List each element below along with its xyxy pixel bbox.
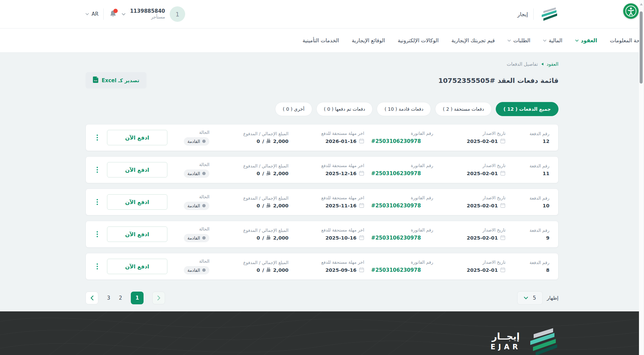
amount-total-value: 2,000 — [273, 267, 288, 273]
language-switcher[interactable]: AR — [86, 11, 99, 17]
invoice-number-label: رقم الفاتورة — [371, 131, 433, 136]
due-date-value: 2025-11-16 — [325, 203, 357, 208]
payment-row: رقم الدفعة 10 تاريخ الاصدار 2025-02-01 — [86, 189, 558, 215]
issue-date-value: 2025-02-01 — [467, 139, 498, 144]
divider — [103, 8, 104, 20]
avatar[interactable]: 1 — [170, 6, 185, 22]
pay-now-button[interactable]: ادفع الآن — [107, 194, 167, 210]
header: إيجار 1 1139885840 مستأجر AR — [0, 0, 644, 29]
amount-total-value: 2,000 — [273, 139, 288, 144]
amount-separator: / — [262, 171, 264, 176]
footer-ejar-logo-icon — [526, 325, 562, 355]
scrollbar[interactable] — [639, 0, 644, 355]
nav-item-label: العقود — [581, 38, 597, 44]
status-dot-icon — [202, 140, 206, 143]
amount-separator: / — [262, 203, 264, 208]
user-menu[interactable]: 1139885840 مستأجر — [130, 8, 165, 20]
calendar-icon — [359, 267, 364, 273]
row-actions-kebab-icon[interactable] — [95, 165, 100, 175]
payment-number-label: رقم الدفعة — [513, 260, 549, 265]
payment-row: رقم الدفعة 8 تاريخ الاصدار 2025-02-01 — [86, 253, 558, 280]
row-actions-kebab-icon[interactable] — [95, 229, 100, 239]
status-label: الحالة — [174, 162, 209, 167]
issue-date-label: تاريخ الاصدار — [440, 227, 505, 233]
amount-total-value: 2,000 — [273, 203, 288, 208]
accessibility-button[interactable] — [623, 3, 639, 19]
brand-group[interactable]: إيجار — [517, 6, 558, 22]
issue-date-label: تاريخ الاصدار — [440, 131, 505, 136]
user-role: مستأجر — [130, 14, 165, 20]
calendar-icon — [500, 267, 505, 273]
nav-item[interactable]: الطلبات — [507, 38, 530, 44]
nav-item-label: الوقائع الإيجارية — [352, 38, 385, 44]
pay-now-button[interactable]: ادفع الآن — [107, 259, 167, 274]
row-actions-kebab-icon[interactable] — [95, 197, 100, 207]
pay-now-button[interactable]: ادفع الآن — [107, 226, 167, 242]
amount-paid-value: 0 — [257, 139, 260, 144]
footer-brand-arabic: إيجــار — [490, 331, 521, 342]
pay-now-button[interactable]: ادفع الآن — [107, 130, 167, 145]
pagination-prev-button[interactable] — [152, 292, 165, 304]
export-excel-button[interactable]: تصدير كـ Excel XLS — [86, 72, 147, 89]
svg-text:XLS: XLS — [94, 80, 97, 82]
status-label: الحالة — [174, 259, 209, 264]
invoice-number-label: رقم الفاتورة — [371, 195, 433, 200]
pagination-pages: 321 — [86, 292, 165, 304]
brand-name: إيجار — [517, 11, 528, 17]
nav-item[interactable]: العقود — [575, 38, 597, 44]
filter-tab[interactable]: أخرى ( 0 ) — [275, 102, 312, 116]
filter-tab[interactable]: دفعات قادمة ( 10 ) — [377, 102, 431, 116]
amount-total-value: 2,000 — [273, 235, 288, 241]
user-chevron-down-icon[interactable] — [122, 13, 125, 15]
filter-tab[interactable]: دفعات تم دفعها ( 0 ) — [316, 102, 373, 116]
row-actions-kebab-icon[interactable] — [95, 133, 100, 143]
footer: إيجــار EJAR إيجار الخدمات الدعم والمساع… — [0, 311, 644, 355]
amount-paid-value: 0 — [257, 235, 260, 241]
scrollbar-thumb[interactable] — [640, 11, 643, 84]
pagination-page-2[interactable]: 2 — [119, 295, 122, 301]
amount-label: المبلغ الإجمالي / المدفوع — [216, 163, 288, 168]
pagination-next-button[interactable] — [86, 292, 98, 304]
amount-paid-value: 0 — [257, 267, 260, 273]
nav-item-label: الخدمات التأمينية — [303, 38, 339, 44]
main-nav-bar: لوحة المعلومات العقود المالية الطلبات قي… — [0, 29, 644, 53]
status-value: القادمة — [187, 171, 200, 176]
amount-total-value: 2,000 — [273, 171, 288, 176]
amount-label: المبلغ الإجمالي / المدفوع — [216, 196, 288, 201]
language-label: AR — [92, 11, 99, 17]
payments-list: رقم الدفعة 12 تاريخ الاصدار 2025-02-01 — [86, 124, 558, 280]
payment-number-label: رقم الدفعة — [513, 196, 549, 201]
row-actions-kebab-icon[interactable] — [95, 261, 100, 271]
nav-item[interactable]: قيم تجربتك الإيجارية — [451, 38, 495, 44]
nav-item[interactable]: الوقائع الإيجارية — [352, 38, 385, 44]
nav-item-label: قيم تجربتك الإيجارية — [451, 38, 495, 44]
calendar-icon — [500, 170, 505, 177]
notifications-bell-icon[interactable] — [108, 10, 117, 18]
page-size-select[interactable]: 5 — [517, 291, 543, 305]
pagination-page-3[interactable]: 3 — [107, 295, 110, 301]
amount-paid-value: 0 — [257, 171, 260, 176]
export-excel-label: تصدير كـ Excel — [102, 78, 139, 84]
due-date-label: اخر مهلة مستحقة للدفع — [296, 227, 364, 233]
pay-now-button[interactable]: ادفع الآن — [107, 162, 167, 178]
status-dot-icon — [202, 268, 206, 272]
invoice-number-value: #2503106230978 — [371, 267, 433, 273]
calendar-icon — [359, 235, 364, 241]
nav-item[interactable]: الوكالات الإلكترونية — [398, 38, 439, 44]
issue-date-value: 2025-02-01 — [467, 267, 498, 273]
status-badge: القادمة — [184, 202, 210, 210]
payment-number-value: 8 — [513, 267, 549, 273]
payment-number-value: 11 — [513, 171, 549, 176]
scrollbar-up-arrow-icon[interactable] — [640, 3, 643, 5]
invoice-number-value: #2503106230978 — [371, 138, 433, 144]
status-badge: القادمة — [184, 137, 210, 146]
filter-tab[interactable]: جميع الدفعات ( 12 ) — [496, 102, 558, 116]
nav-item[interactable]: الخدمات التأمينية — [303, 38, 339, 44]
amount-label: المبلغ الإجمالي / المدفوع — [216, 228, 288, 233]
pagination-page-1[interactable]: 1 — [131, 292, 144, 304]
breadcrumb-contracts-link[interactable]: العقود — [547, 61, 558, 67]
issue-date-value: 2025-02-01 — [467, 203, 498, 208]
filter-tab[interactable]: دفعات مستحقة ( 2 ) — [435, 102, 492, 116]
invoice-number-label: رقم الفاتورة — [371, 163, 433, 168]
nav-item[interactable]: المالية — [543, 38, 562, 44]
